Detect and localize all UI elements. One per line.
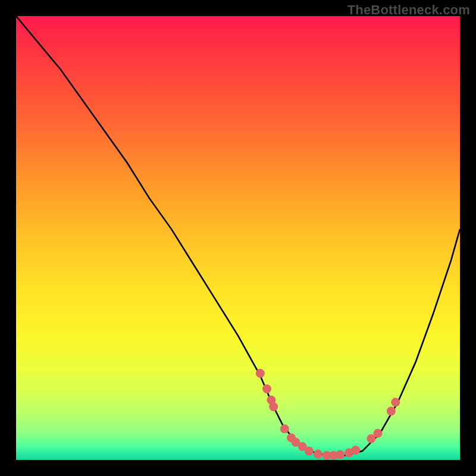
- curve-layer: [16, 16, 460, 456]
- chart-svg: [16, 16, 460, 460]
- data-marker: [391, 398, 400, 407]
- chart-frame: TheBottleneck.com: [0, 0, 476, 476]
- data-marker: [269, 402, 278, 411]
- watermark-text: TheBottleneck.com: [347, 2, 470, 18]
- data-marker: [262, 384, 271, 393]
- data-marker: [305, 447, 314, 456]
- data-marker: [256, 369, 265, 378]
- plot-area: [16, 16, 460, 460]
- data-marker: [314, 450, 322, 459]
- bottleneck-curve: [16, 16, 460, 456]
- data-marker: [374, 429, 383, 438]
- data-marker: [351, 446, 360, 455]
- data-marker: [387, 406, 396, 415]
- data-marker: [280, 424, 289, 433]
- data-marker: [336, 450, 345, 459]
